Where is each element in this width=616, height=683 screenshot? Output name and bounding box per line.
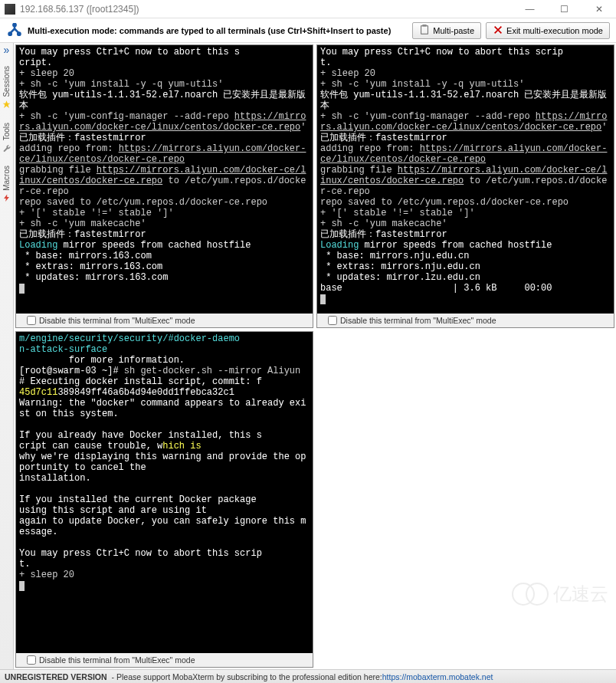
- multi-paste-label: Multi-paste: [433, 26, 474, 35]
- status-bar: UNREGISTERED VERSION - Please support Mo…: [0, 669, 616, 683]
- svg-rect-4: [423, 25, 427, 27]
- terminal-3[interactable]: m/engine/security/security/#docker-daemo…: [16, 332, 313, 653]
- svg-rect-3: [421, 25, 428, 34]
- terminal-2[interactable]: You may press Ctrl+C now to abort this s…: [317, 45, 614, 314]
- multi-exec-message: Multi-execution mode: commands are typed…: [28, 26, 408, 35]
- bolt-icon: [2, 194, 11, 202]
- sidebar: » Sessions Tools Macros: [0, 43, 14, 669]
- app-icon: [5, 4, 15, 15]
- terminal-pane-3: m/engine/security/security/#docker-daemo…: [15, 331, 313, 668]
- exit-multi-exec-label: Exit multi-execution mode: [506, 26, 603, 35]
- terminal-footer-2: Disable this terminal from "MultiExec" m…: [317, 314, 614, 327]
- terminal-pane-2: You may press Ctrl+C now to abort this s…: [316, 44, 614, 328]
- disable-terminal-label: Disable this terminal from "MultiExec" m…: [39, 316, 195, 325]
- multi-paste-button[interactable]: Multi-paste: [412, 22, 481, 39]
- minimize-button[interactable]: —: [513, 0, 547, 18]
- sidebar-tab-label: Tools: [2, 123, 11, 140]
- disable-terminal-checkbox-2[interactable]: [328, 316, 337, 325]
- titlebar: 192.168.56.137 ([root12345]) — ☐ ✕: [0, 0, 616, 18]
- star-icon: [2, 100, 11, 109]
- status-link[interactable]: https://mobaxterm.mobatek.net: [382, 672, 493, 681]
- collapse-sidebar-icon[interactable]: »: [4, 46, 10, 54]
- svg-marker-5: [3, 100, 11, 108]
- sidebar-tab-tools[interactable]: Tools: [2, 117, 11, 158]
- disable-terminal-label: Disable this terminal from "MultiExec" m…: [340, 316, 496, 325]
- svg-point-1: [9, 32, 11, 34]
- terminal-grid: You may press Ctrl+C now to abort this s…: [14, 43, 616, 669]
- work-area: » Sessions Tools Macros You may press Ct…: [0, 43, 616, 669]
- terminal-footer-1: Disable this terminal from "MultiExec" m…: [16, 314, 313, 327]
- svg-point-2: [18, 32, 20, 34]
- svg-marker-6: [4, 194, 9, 202]
- svg-point-0: [13, 23, 15, 25]
- terminal-1[interactable]: You may press Ctrl+C now to abort this s…: [16, 45, 313, 314]
- window-controls: — ☐ ✕: [513, 0, 616, 18]
- multi-exec-bar: Multi-execution mode: commands are typed…: [0, 18, 616, 43]
- fork-icon: [6, 22, 23, 39]
- sidebar-tab-label: Sessions: [2, 66, 11, 97]
- wrench-icon: [2, 143, 11, 152]
- window-title: 192.168.56.137 ([root12345]): [20, 4, 513, 15]
- close-button[interactable]: ✕: [582, 0, 616, 18]
- exit-multi-exec-button[interactable]: Exit multi-execution mode: [486, 22, 610, 39]
- exit-icon: [493, 25, 503, 37]
- maximize-button[interactable]: ☐: [547, 0, 582, 18]
- terminal-footer-3: Disable this terminal from "MultiExec" m…: [16, 653, 313, 667]
- disable-terminal-checkbox-1[interactable]: [27, 316, 36, 325]
- version-label: UNREGISTERED VERSION: [5, 672, 107, 681]
- disable-terminal-checkbox-3[interactable]: [27, 655, 36, 665]
- paste-icon: [419, 25, 430, 37]
- disable-terminal-label: Disable this terminal from "MultiExec" m…: [39, 655, 195, 665]
- sidebar-tab-sessions[interactable]: Sessions: [2, 60, 11, 115]
- sidebar-tab-label: Macros: [2, 166, 11, 191]
- sidebar-tab-macros[interactable]: Macros: [2, 159, 11, 209]
- terminal-pane-1: You may press Ctrl+C now to abort this s…: [15, 44, 313, 328]
- status-message: - Please support MobaXterm by subscribin…: [112, 672, 382, 681]
